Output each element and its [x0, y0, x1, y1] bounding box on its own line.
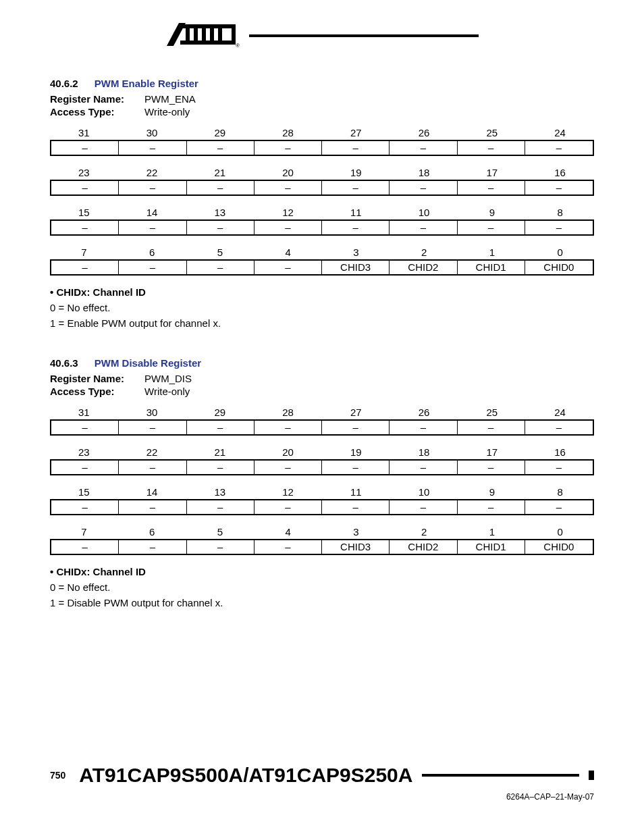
bit-number-row: 3130292827262524 — [50, 127, 594, 138]
bit-number: 8 — [526, 207, 594, 218]
bit-cell-row: –––––––– — [50, 140, 594, 156]
bit-cell: – — [119, 261, 186, 274]
bit-number: 8 — [526, 486, 594, 498]
bit-number: 4 — [254, 246, 322, 258]
bitfield-table: 3130292827262524––––––––2322212019181716… — [50, 407, 594, 555]
bit-number: 28 — [254, 407, 322, 418]
bit-number: 7 — [50, 246, 118, 258]
bit-number: 2 — [390, 246, 458, 258]
svg-rect-2 — [180, 41, 229, 45]
bit-cell: CHID2 — [390, 540, 457, 554]
bit-number: 14 — [118, 207, 186, 218]
bit-cell: – — [390, 221, 457, 234]
bit-number: 23 — [50, 167, 118, 178]
access-type-label: Access Type: — [50, 386, 144, 397]
svg-rect-3 — [186, 28, 190, 41]
bit-cell: – — [525, 181, 593, 194]
section-number: 40.6.2 — [50, 78, 78, 89]
bit-number: 18 — [390, 167, 458, 178]
bit-cell: – — [187, 540, 254, 554]
bit-number-row: 15141312111098 — [50, 207, 594, 218]
bit-cell: – — [390, 141, 457, 155]
bit-cell: – — [390, 421, 457, 434]
bit-number: 22 — [118, 446, 186, 458]
header-logo-row: ® — [50, 20, 594, 51]
bit-number: 20 — [254, 167, 322, 178]
bit-cell: – — [254, 540, 322, 554]
bit-number: 24 — [526, 407, 594, 418]
bit-number: 3 — [322, 526, 390, 538]
bit-cell: – — [187, 421, 254, 434]
bit-number: 0 — [526, 246, 594, 258]
bit-number: 17 — [458, 446, 527, 458]
bit-number: 13 — [186, 207, 254, 218]
bit-number-row: 76543210 — [50, 526, 594, 538]
bit-number: 28 — [254, 127, 322, 138]
bit-cell: – — [119, 221, 186, 234]
bit-number: 11 — [322, 486, 390, 498]
bit-cell: – — [390, 181, 457, 194]
bit-cell-row: –––––––– — [50, 419, 594, 436]
bit-cell: – — [187, 461, 254, 474]
bit-number: 25 — [458, 407, 527, 418]
bit-number: 9 — [458, 207, 527, 218]
bit-cell: CHID3 — [322, 540, 390, 554]
bit-number: 9 — [458, 486, 527, 498]
footer-rule-end — [589, 771, 594, 780]
footer-title: AT91CAP9S500A/AT91CAP9S250A — [79, 764, 412, 787]
bit-cell: – — [51, 500, 119, 514]
bit-number: 21 — [186, 167, 254, 178]
bit-number: 23 — [50, 446, 118, 458]
bit-cell: – — [525, 500, 593, 514]
bit-cell: – — [458, 421, 525, 434]
bit-cell: CHID1 — [458, 540, 525, 554]
bit-cell: – — [51, 261, 119, 274]
register-name-value: PWM_ENA — [144, 93, 196, 105]
bit-number: 31 — [50, 407, 118, 418]
bit-cell: – — [119, 141, 186, 155]
svg-rect-6 — [210, 28, 214, 41]
section-title: PWM Disable Register — [95, 357, 201, 369]
bit-number: 10 — [390, 486, 458, 498]
bit-number: 27 — [322, 407, 390, 418]
bit-number: 16 — [526, 167, 594, 178]
bit-cell-row: –––––––– — [50, 180, 594, 196]
bit-cell: – — [322, 221, 390, 234]
bit-cell-row: –––––––– — [50, 219, 594, 236]
bit-cell: – — [254, 221, 322, 234]
bit-number: 12 — [254, 207, 322, 218]
bit-cell: – — [458, 141, 525, 155]
bit-number-row: 3130292827262524 — [50, 407, 594, 418]
bit-cell: – — [525, 141, 593, 155]
bit-cell: CHID2 — [390, 261, 457, 274]
bit-number: 14 — [118, 486, 186, 498]
page-number: 750 — [50, 770, 65, 781]
access-type-label: Access Type: — [50, 106, 144, 118]
bit-cell: – — [254, 461, 322, 474]
bit-cell: – — [187, 221, 254, 234]
bit-number: 1 — [458, 526, 527, 538]
bit-cell: – — [458, 461, 525, 474]
access-type-line: Access Type: Write-only — [50, 386, 594, 397]
page-footer: 750 AT91CAP9S500A/AT91CAP9S250A 6264A–CA… — [50, 764, 594, 802]
bitfield-table: 3130292827262524––––––––2322212019181716… — [50, 127, 594, 276]
bit-number: 15 — [50, 486, 118, 498]
bit-number-row: 76543210 — [50, 246, 594, 258]
atmel-logo: ® — [165, 20, 240, 51]
bit-cell: – — [525, 221, 593, 234]
access-type-value: Write-only — [144, 106, 190, 118]
field-desc-line: 1 = Disable PWM output for channel x. — [50, 597, 594, 608]
bit-cell-row: –––––––– — [50, 499, 594, 515]
field-desc-line: 1 = Enable PWM output for channel x. — [50, 317, 594, 329]
bit-cell: – — [322, 461, 390, 474]
bit-number: 16 — [526, 446, 594, 458]
bit-number: 1 — [458, 246, 527, 258]
bit-cell: – — [254, 261, 322, 274]
svg-rect-1 — [180, 24, 229, 28]
svg-marker-8 — [229, 24, 236, 45]
bit-number: 15 — [50, 207, 118, 218]
bit-cell: – — [390, 500, 457, 514]
bit-number: 3 — [322, 246, 390, 258]
bit-cell: CHID0 — [525, 261, 593, 274]
bit-cell: – — [458, 221, 525, 234]
